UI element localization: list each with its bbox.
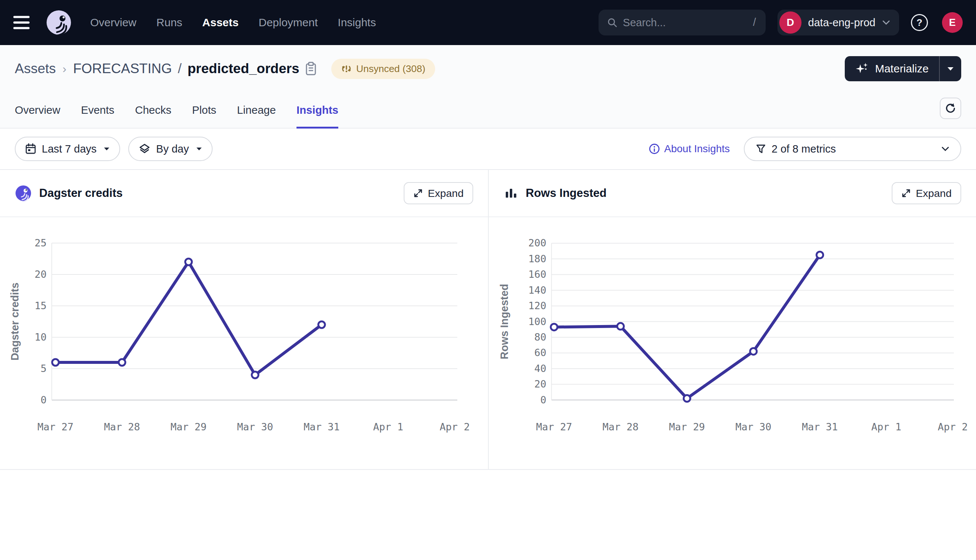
page-title: predicted_orders <box>187 61 299 77</box>
time-range-label: Last 7 days <box>42 143 97 155</box>
materialize-label: Materialize <box>875 62 929 75</box>
chevron-down-icon <box>941 146 949 152</box>
top-nav: Overview Runs Assets Deployment Insights… <box>0 0 976 45</box>
status-badge-label: Unsynced (308) <box>356 63 426 75</box>
tab-lineage[interactable]: Lineage <box>237 92 276 128</box>
about-insights-label: About Insights <box>664 143 730 155</box>
info-icon <box>648 143 660 155</box>
filter-funnel-icon <box>755 144 766 154</box>
dropdown-caret-icon <box>196 147 202 151</box>
sparkles-icon <box>855 62 869 76</box>
svg-text:Mar 29: Mar 29 <box>669 421 705 433</box>
svg-text:Mar 31: Mar 31 <box>304 421 340 433</box>
status-badge[interactable]: Unsynced (308) <box>331 59 435 79</box>
svg-text:100: 100 <box>528 316 546 327</box>
svg-text:Mar 30: Mar 30 <box>735 421 771 433</box>
svg-text:60: 60 <box>534 347 546 358</box>
search-box[interactable]: / <box>598 10 765 35</box>
granularity-dropdown[interactable]: By day <box>128 137 212 161</box>
svg-text:Mar 30: Mar 30 <box>237 421 273 433</box>
org-avatar: D <box>779 12 802 33</box>
materialize-button[interactable]: Materialize <box>845 56 939 81</box>
svg-text:120: 120 <box>528 300 546 312</box>
nav-item-overview[interactable]: Overview <box>90 16 136 28</box>
svg-text:25: 25 <box>34 237 47 248</box>
svg-text:5: 5 <box>41 363 47 374</box>
svg-text:40: 40 <box>534 363 546 374</box>
org-switcher[interactable]: D data-eng-prod <box>777 10 899 35</box>
svg-text:Dagster credits: Dagster credits <box>9 283 21 360</box>
svg-text:200: 200 <box>528 237 546 248</box>
insights-filter-bar: Last 7 days By day <box>0 128 976 170</box>
granularity-label: By day <box>156 143 189 155</box>
svg-text:10: 10 <box>34 331 47 343</box>
svg-text:Apr 1: Apr 1 <box>373 421 403 433</box>
svg-text:Mar 28: Mar 28 <box>104 421 140 433</box>
time-range-dropdown[interactable]: Last 7 days <box>15 137 120 161</box>
metrics-select[interactable]: 2 of 8 metrics <box>744 137 961 161</box>
expand-button[interactable]: Expand <box>892 182 961 204</box>
dagster-credits-icon <box>15 185 32 202</box>
nav-item-insights[interactable]: Insights <box>338 16 376 28</box>
svg-text:Mar 28: Mar 28 <box>603 421 638 433</box>
tab-insights[interactable]: Insights <box>296 92 338 128</box>
chart-panel-rows-ingested: Rows Ingested Expand 0204060801001201401… <box>488 170 976 469</box>
svg-text:0: 0 <box>41 394 47 406</box>
chart-header: Rows Ingested Expand <box>489 170 976 217</box>
org-name: data-eng-prod <box>808 17 876 29</box>
metrics-select-value: 2 of 8 metrics <box>772 143 936 155</box>
search-input[interactable] <box>598 10 765 35</box>
breadcrumb-assets-link[interactable]: Assets <box>15 61 56 77</box>
asset-header-row: Assets › FORECASTING / predicted_orders <box>0 45 976 92</box>
svg-text:20: 20 <box>534 378 546 390</box>
tab-plots[interactable]: Plots <box>192 92 217 128</box>
breadcrumb-group[interactable]: FORECASTING <box>73 61 172 77</box>
sync-alert-icon <box>341 63 352 74</box>
svg-text:160: 160 <box>528 268 546 280</box>
breadcrumb-slash: / <box>178 61 182 77</box>
svg-text:Apr 1: Apr 1 <box>871 421 901 433</box>
expand-icon <box>413 188 423 198</box>
search-icon <box>607 17 618 30</box>
nav-item-assets[interactable]: Assets <box>202 16 239 28</box>
nav-item-deployment[interactable]: Deployment <box>258 16 318 28</box>
user-avatar[interactable]: E <box>942 12 963 33</box>
expand-button[interactable]: Expand <box>404 182 473 204</box>
asset-tabs: Overview Events Checks Plots Lineage Ins… <box>0 92 976 128</box>
chart-title: Rows Ingested <box>526 187 607 200</box>
chart-title: Dagster credits <box>39 187 123 200</box>
nav-item-runs[interactable]: Runs <box>156 16 182 28</box>
materialize-dropdown-caret[interactable] <box>940 56 961 81</box>
breadcrumb-chevron: › <box>62 62 67 76</box>
svg-text:80: 80 <box>534 331 546 343</box>
tab-events[interactable]: Events <box>81 92 114 128</box>
svg-text:Mar 29: Mar 29 <box>170 421 207 433</box>
svg-text:180: 180 <box>528 253 546 265</box>
materialize-split-button: Materialize <box>845 56 961 81</box>
dagster-logo-icon[interactable] <box>45 9 72 36</box>
svg-text:20: 20 <box>34 268 47 280</box>
svg-text:Apr 2: Apr 2 <box>440 421 470 433</box>
menu-icon[interactable] <box>13 14 33 31</box>
breadcrumb: Assets › FORECASTING / predicted_orders <box>15 61 299 77</box>
insights-charts: Dagster credits Expand 0510152025Mar 27M… <box>0 170 976 470</box>
tab-overview[interactable]: Overview <box>15 92 60 128</box>
chart-header: Dagster credits Expand <box>0 170 488 217</box>
svg-text:0: 0 <box>540 394 546 406</box>
svg-text:15: 15 <box>34 300 47 312</box>
search-shortcut: / <box>753 16 756 28</box>
dropdown-caret-icon <box>104 147 110 151</box>
about-insights-link[interactable]: About Insights <box>648 143 730 155</box>
refresh-icon <box>944 102 957 115</box>
expand-icon <box>901 188 911 198</box>
copy-icon[interactable] <box>305 61 317 76</box>
primary-nav: Overview Runs Assets Deployment Insights <box>90 16 376 29</box>
chevron-down-icon <box>882 20 890 25</box>
svg-text:Apr 2: Apr 2 <box>938 421 968 433</box>
help-icon[interactable]: ? <box>911 13 930 32</box>
svg-text:140: 140 <box>528 285 546 296</box>
svg-text:Mar 27: Mar 27 <box>536 421 572 433</box>
tab-checks[interactable]: Checks <box>135 92 171 128</box>
chart-panel-dagster-credits: Dagster credits Expand 0510152025Mar 27M… <box>0 170 488 469</box>
refresh-button[interactable] <box>940 98 961 119</box>
